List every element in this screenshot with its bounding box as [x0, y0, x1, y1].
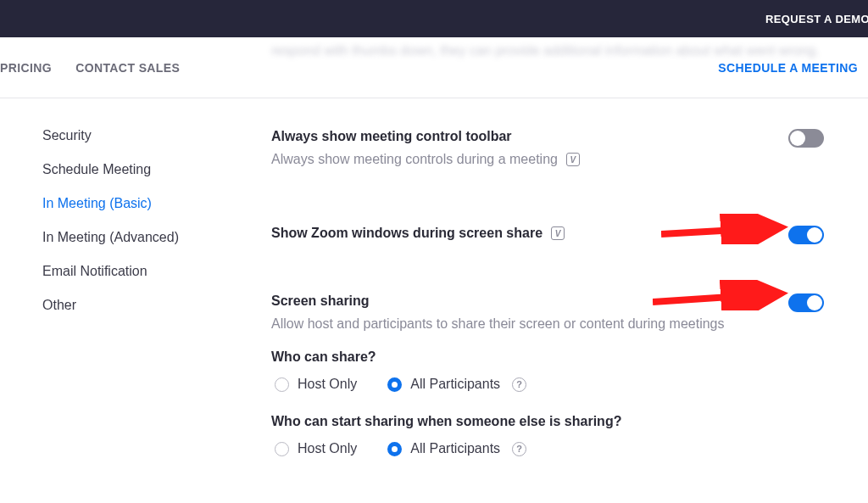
radio-icon	[275, 377, 289, 392]
radio-icon	[387, 377, 402, 392]
setting-title-text: Show Zoom windows during screen share	[271, 226, 542, 241]
nav-pricing[interactable]: PRICING	[0, 61, 52, 75]
settings-sidebar: Security Schedule Meeting In Meeting (Ba…	[0, 119, 237, 478]
setting-title: Always show meeting control toolbar	[271, 129, 824, 144]
setting-title-text: Always show meeting control toolbar	[271, 129, 512, 144]
setting-meeting-toolbar: Always show meeting control toolbar Alwa…	[271, 119, 824, 192]
radio-label: Host Only	[298, 377, 357, 392]
radio-all-participants[interactable]: All Participants	[387, 441, 500, 456]
modified-badge-icon: V	[551, 226, 565, 240]
setting-desc-text: Always show meeting controls during a me…	[271, 149, 558, 170]
subnav: PRICING CONTACT SALES respond with thumb…	[0, 37, 868, 98]
sidebar-item-in-meeting-advanced[interactable]: In Meeting (Advanced)	[42, 221, 237, 254]
setting-desc: Always show meeting controls during a me…	[271, 149, 746, 170]
setting-title: Screen sharing	[271, 293, 824, 309]
radio-host-only[interactable]: Host Only	[275, 377, 357, 392]
sidebar-item-schedule-meeting[interactable]: Schedule Meeting	[42, 153, 237, 187]
radio-icon	[275, 442, 289, 456]
setting-title-text: Screen sharing	[271, 293, 370, 309]
setting-title: Show Zoom windows during screen share V	[271, 226, 824, 241]
top-bar: REQUEST A DEMO	[0, 0, 868, 37]
toggle-knob	[807, 295, 822, 310]
modified-badge-icon: V	[566, 153, 580, 166]
sidebar-item-in-meeting-basic[interactable]: In Meeting (Basic)	[42, 187, 237, 221]
radio-label: All Participants	[410, 441, 500, 456]
radio-label: All Participants	[410, 377, 500, 392]
radio-all-participants[interactable]: All Participants	[387, 377, 500, 392]
setting-screen-sharing: Screen sharing Allow host and participan…	[271, 263, 824, 478]
help-icon[interactable]: ?	[512, 377, 526, 392]
sidebar-item-other[interactable]: Other	[42, 288, 237, 322]
nav-contact-sales[interactable]: CONTACT SALES	[75, 61, 180, 75]
radio-icon	[387, 442, 402, 456]
radio-host-only[interactable]: Host Only	[275, 441, 357, 456]
sidebar-item-security[interactable]: Security	[42, 119, 237, 153]
toggle-zoom-windows[interactable]	[788, 226, 824, 244]
settings-main: Always show meeting control toolbar Alwa…	[237, 119, 868, 478]
request-demo-link[interactable]: REQUEST A DEMO	[765, 13, 868, 25]
toggle-knob	[790, 131, 805, 146]
who-can-start-sharing-options: Host Only All Participants ?	[275, 441, 824, 456]
schedule-meeting-link[interactable]: SCHEDULE A MEETING	[718, 61, 858, 75]
help-icon[interactable]: ?	[512, 442, 526, 456]
toggle-meeting-toolbar[interactable]	[788, 129, 824, 148]
radio-label: Host Only	[298, 441, 357, 456]
who-can-share-options: Host Only All Participants ?	[275, 377, 824, 392]
setting-zoom-windows: Show Zoom windows during screen share V	[271, 192, 824, 263]
toggle-knob	[807, 227, 822, 243]
setting-desc-text: Allow host and participants to share the…	[271, 314, 725, 334]
who-can-start-sharing-label: Who can start sharing when someone else …	[271, 414, 824, 429]
sidebar-item-email-notification[interactable]: Email Notification	[42, 254, 237, 288]
toggle-screen-sharing[interactable]	[788, 293, 824, 312]
setting-desc: Allow host and participants to share the…	[271, 314, 746, 334]
who-can-share-label: Who can share?	[271, 349, 824, 365]
